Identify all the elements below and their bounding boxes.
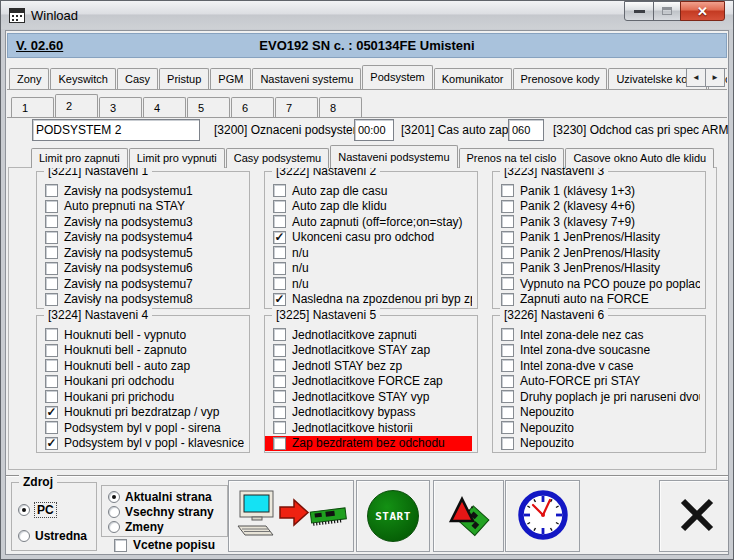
unchecked-checkbox[interactable] [45,231,58,244]
tab-podsystem[interactable]: Podsystem [362,65,432,90]
option-auto-zapnuti-off-force-on-stay[interactable]: Auto zapnuti (off=force;on=stay) [265,214,472,230]
unchecked-checkbox[interactable] [501,200,514,213]
scope-option-vsechny-strany[interactable]: Vsechny strany [108,504,227,519]
version-link[interactable]: V. 02.60 [16,38,63,53]
option-panik-3-jenprenos-hlasity[interactable]: Panik 3 JenPrenos/Hlasity [493,261,700,277]
podsystem-tab-7[interactable]: 7 [275,97,318,117]
unchecked-checkbox[interactable] [273,406,286,419]
option-auto-zap-dle-casu[interactable]: Auto zap dle casu [265,183,472,199]
option-intel-zona-dele-nez-cas[interactable]: Intel zona-dele nez cas [493,327,700,343]
unchecked-checkbox[interactable] [501,293,514,306]
option-panik-2-klavesy-4-6[interactable]: Panik 2 (klavesy 4+6) [493,199,700,215]
unchecked-checkbox[interactable] [501,437,514,450]
option-druhy-poplach-je-pri-naruseni-dvou-zo[interactable]: Druhy poplach je pri naruseni dvou zo [493,389,700,405]
option-houknuti-bell-vypnuto[interactable]: Houknuti bell - vypnuto [37,327,244,343]
unchecked-checkbox[interactable] [501,375,514,388]
option-zapnuti-auto-na-force[interactable]: Zapnuti auto na FORCE [493,292,700,308]
podsystem-name-input[interactable] [32,119,200,141]
option-panik-3-klavesy-7-9[interactable]: Panik 3 (klavesy 7+9) [493,214,700,230]
unchecked-checkbox[interactable] [45,184,58,197]
checked-checkbox[interactable] [273,293,286,306]
unchecked-checkbox[interactable] [45,390,58,403]
section-tab-limit-pro-zapnuti[interactable]: Limit pro zapnuti [31,148,128,168]
unchecked-checkbox[interactable] [273,262,286,275]
option-panik-1-kl-vesy-1-3[interactable]: Panik 1 (klávesy 1+3) [493,183,700,199]
tab-scroll-left-button[interactable]: ◄ [686,68,706,87]
section-tab-limit-pro-vypnuti[interactable]: Limit pro vypnuti [129,148,225,168]
scope-option-aktualni-strana[interactable]: Aktualni strana [108,489,227,504]
odchod-cas-input[interactable] [508,119,544,141]
unchecked-checkbox[interactable] [501,328,514,341]
option-vypnuto-na-pco-pouze-po-poplachu[interactable]: Vypnuto na PCO pouze po poplachu [493,276,700,292]
unchecked-checkbox[interactable] [501,421,514,434]
unchecked-checkbox[interactable] [45,293,58,306]
unchecked-checkbox[interactable] [501,359,514,372]
unchecked-checkbox[interactable] [45,375,58,388]
selected-radio[interactable] [18,504,30,516]
option-zavis-y-na-podsystemu3[interactable]: Zavisły na podsystemu3 [37,214,244,230]
option-jednotl-stay-bez-zp[interactable]: Jednotl STAY bez zp [265,358,472,374]
unchecked-checkbox[interactable] [501,231,514,244]
podsystem-tab-3[interactable]: 3 [99,97,142,117]
option-podsystem-byl-v-popl-sirena[interactable]: Podsystem byl v popl - sirena [37,420,244,436]
podsystem-tab-8[interactable]: 8 [319,97,362,117]
unchecked-checkbox[interactable] [501,390,514,403]
option-houknuti-pri-bezdratzap-vyp[interactable]: Houknuti pri bezdratzap / vyp [37,405,244,421]
option-houkani-pri-prichodu[interactable]: Houkani pri prichodu [37,389,244,405]
cas-auto-zapnuti-input[interactable] [354,119,394,141]
option-auto-zap-dle-klidu[interactable]: Auto zap dle klidu [265,199,472,215]
verify-button[interactable] [434,481,503,551]
exit-button[interactable] [660,481,729,551]
option-zap-bezdratem-bez-odchodu[interactable]: Zap bezdratem bez odchodu [265,436,472,452]
option-n-u[interactable]: n/u [265,245,472,261]
podsystem-tab-4[interactable]: 4 [143,97,186,117]
unselected-radio[interactable] [108,521,120,533]
clock-button[interactable] [506,481,579,551]
scope-option-zmeny[interactable]: Zmeny [108,519,227,534]
unchecked-checkbox[interactable] [45,421,58,434]
podsystem-tab-6[interactable]: 6 [231,97,274,117]
option-jednotlacitkove-stay-vyp[interactable]: Jednotlacitkove STAY vyp [265,389,472,405]
option-n-u[interactable]: n/u [265,276,472,292]
unchecked-checkbox[interactable] [45,277,58,290]
unchecked-checkbox[interactable] [273,437,286,450]
tab-komunikator[interactable]: Komunikator [434,68,512,89]
tab-zony[interactable]: Zony [9,68,49,89]
unchecked-checkbox[interactable] [501,215,514,228]
unchecked-checkbox[interactable] [45,359,58,372]
unchecked-checkbox[interactable] [273,375,286,388]
option-zavis-y-na-podsystemu1[interactable]: Zavisły na podsystemu1 [37,183,244,199]
option-houknuti-bell-auto-zap[interactable]: Houknuti bell - auto zap [37,358,244,374]
section-tab-casy-podsystemu[interactable]: Casy podsystemu [226,148,329,168]
unchecked-checkbox[interactable] [273,359,286,372]
podsystem-tab-5[interactable]: 5 [187,97,230,117]
minimize-button[interactable] [624,1,654,21]
option-houknuti-bell-zapnuto[interactable]: Houknuti bell - zapnuto [37,343,244,359]
send-to-panel-button[interactable] [229,481,353,551]
unchecked-checkbox[interactable] [501,344,514,357]
checked-checkbox[interactable] [45,406,58,419]
option-intel-zona-dve-v-case[interactable]: Intel zona-dve v case [493,358,700,374]
option-nasledna-na-zpozdenou-pri-byp-zpozd[interactable]: Nasledna na zpozdenou pri byp zpozd [265,292,472,308]
option-zavis-y-na-podsystemu5[interactable]: Zavisły na podsystemu5 [37,245,244,261]
section-tab-casove-okno-auto-dle-klidu[interactable]: Casove okno Auto dle klidu [565,148,714,168]
option-jednotlacitkove-historii[interactable]: Jednotlacitkove historii [265,420,472,436]
unchecked-checkbox[interactable] [45,200,58,213]
unchecked-checkbox[interactable] [273,344,286,357]
tab-keyswitch[interactable]: Keyswitch [50,68,116,89]
option-jednotlacitkove-stay-zap[interactable]: Jednotlacitkove STAY zap [265,343,472,359]
option-panik-1-jenprenos-hlasity[interactable]: Panik 1 JenPrenos/Hlasity [493,230,700,246]
option-jednotlacitkovy-bypass[interactable]: Jednotlacitkovy bypass [265,405,472,421]
unchecked-checkbox[interactable] [273,277,286,290]
option-nepouzito[interactable]: Nepouzito [493,420,700,436]
option-jednotlacitkove-zapnuti[interactable]: Jednotlacitkove zapnuti [265,327,472,343]
option-zavis-y-na-podsystemu7[interactable]: Zavisły na podsystemu7 [37,276,244,292]
unchecked-checkbox[interactable] [45,344,58,357]
selected-radio[interactable] [108,491,120,503]
unchecked-checkbox[interactable] [501,184,514,197]
option-houkani-pri-odchodu[interactable]: Houkani pri odchodu [37,374,244,390]
option-zavis-y-na-podsystemu6[interactable]: Zavisły na podsystemu6 [37,261,244,277]
checked-checkbox[interactable] [45,437,58,450]
unchecked-checkbox[interactable] [501,277,514,290]
source-option-ustredna[interactable]: Ustredna [18,523,96,549]
